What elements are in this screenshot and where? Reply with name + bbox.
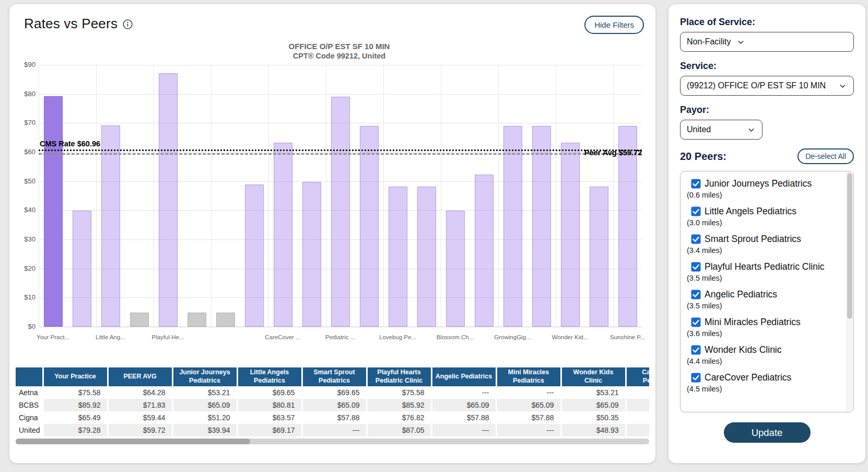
gridline-vertical	[613, 65, 614, 327]
peer-name: CareCover Pediatrics	[705, 372, 791, 383]
peer-checkbox-checked[interactable]	[691, 234, 701, 244]
place-of-service-select[interactable]: Non-Facility	[680, 32, 854, 52]
cms-rate-label: CMS Rate $60.96	[40, 140, 100, 148]
bar-peer-20[interactable]	[590, 187, 608, 327]
gridline-horizontal	[39, 327, 642, 327]
peer-checkbox-checked[interactable]	[691, 345, 701, 355]
x-axis-label: Sunshine P...	[604, 334, 651, 340]
table-cell: $69.17	[237, 424, 302, 436]
bar-your-pract[interactable]	[44, 96, 63, 327]
x-axis-label: Lovebug Pe...	[374, 334, 421, 340]
peer-item[interactable]: Junior Journeys Pediatrics(0.6 miles)	[687, 178, 853, 199]
table-cell: $69.65	[302, 386, 367, 399]
bar-peer-12[interactable]	[360, 126, 379, 327]
bar-peer-6[interactable]	[187, 313, 206, 327]
y-axis-tick-label: $30	[13, 235, 36, 243]
gridline-vertical	[441, 65, 441, 327]
peer-distance: (4.4 miles)	[687, 357, 853, 365]
bar-playful-he[interactable]	[159, 73, 178, 327]
bar-lovebug-pe[interactable]	[389, 187, 407, 327]
card-header: Rates vs Peers Hide Filters	[24, 16, 644, 34]
peers-scrollbar-thumb[interactable]	[847, 173, 852, 319]
table-row-label: Aetna	[16, 386, 43, 399]
page: Rates vs Peers Hide Filters OFFICE O/P E…	[0, 0, 868, 472]
x-axis-label: Your Pract...	[30, 334, 77, 340]
table-cell: $59.72	[108, 424, 172, 436]
bar-pediatric[interactable]	[331, 97, 350, 327]
table-header-cell: Your Practice	[43, 367, 108, 386]
peers-scrollbar[interactable]	[846, 172, 853, 411]
table-row-bcbs: BCBS$85.92$71.83$65.09$80.81$65.09$85.92…	[16, 399, 649, 411]
bar-peer-18[interactable]	[532, 126, 551, 327]
peer-distance: (0.6 miles)	[687, 191, 853, 199]
service-select[interactable]: (99212) OFFICE O/P EST SF 10 MIN	[680, 76, 854, 96]
gridline-vertical	[556, 65, 556, 327]
table-header-cell: Little Angels Pediatrics	[237, 367, 302, 386]
gridline-vertical	[211, 65, 212, 327]
table-cell: $65.09	[496, 399, 561, 411]
peer-item[interactable]: Angelic Pediatrics(3.5 miles)	[687, 289, 853, 310]
deselect-all-button[interactable]: De-select All	[797, 148, 854, 164]
bar-peer-14[interactable]	[417, 187, 436, 327]
peer-item[interactable]: Playful Hearts Pediatric Clinic(3.5 mile…	[687, 261, 853, 282]
peer-item[interactable]: Mini Miracles Pediatrics(3.6 miles)	[687, 317, 853, 338]
bar-peer-4[interactable]	[130, 313, 149, 327]
table-horizontal-scrollbar[interactable]	[16, 439, 649, 444]
table-header-cell: Wonder Kids Clinic	[561, 367, 626, 386]
peer-checkbox-checked[interactable]	[691, 206, 701, 216]
peer-checkbox-checked[interactable]	[691, 373, 701, 383]
bar-peer-10[interactable]	[302, 182, 321, 327]
bar-wonder-kid[interactable]	[561, 143, 580, 327]
bar-blossom-ch[interactable]	[446, 211, 465, 327]
update-button[interactable]: Update	[724, 422, 811, 443]
bar-growinggig[interactable]	[503, 126, 522, 327]
table-cell: $71.83	[108, 399, 172, 411]
service-value: (99212) OFFICE O/P EST SF 10 MIN	[687, 81, 826, 90]
gridline-horizontal	[39, 94, 642, 95]
info-icon[interactable]	[122, 19, 133, 30]
gridline-vertical	[498, 65, 499, 327]
peer-avg-line	[39, 153, 642, 155]
peer-checkbox-checked[interactable]	[691, 317, 701, 327]
peer-item[interactable]: Little Angels Pediatrics(3.0 miles)	[687, 206, 853, 227]
bar-little-ang[interactable]	[101, 125, 120, 327]
table-header-cell: Junior Journeys Pediatrics	[172, 367, 237, 386]
y-axis-tick-label: $50	[13, 177, 36, 185]
chart-title-line1: OFFICE O/P EST SF 10 MIN	[37, 42, 642, 51]
bar-carecover[interactable]	[274, 143, 292, 327]
rates-table: Your PracticePEER AVGJunior Journeys Ped…	[16, 367, 649, 436]
bar-peer-2[interactable]	[73, 211, 91, 327]
peer-name: Little Angels Pediatrics	[705, 206, 796, 217]
payor-select[interactable]: United	[680, 120, 763, 140]
hide-filters-button[interactable]: Hide Filters	[584, 16, 644, 34]
peer-item-row: Wonder Kids Clinic	[691, 344, 853, 355]
y-axis-tick-label: $20	[13, 264, 36, 272]
table-cell: $80.81	[237, 399, 302, 411]
peer-distance: (3.0 miles)	[687, 218, 853, 227]
bar-peer-8[interactable]	[245, 185, 264, 327]
table-scrollbar-thumb[interactable]	[16, 439, 250, 444]
table-cell	[626, 399, 649, 411]
peer-checkbox-checked[interactable]	[691, 179, 701, 189]
peer-item[interactable]: Wonder Kids Clinic(4.4 miles)	[687, 344, 853, 365]
table-cell	[626, 424, 649, 436]
table-cell: $76.82	[367, 411, 431, 424]
bar-peer-7[interactable]	[216, 313, 235, 327]
table-cell: $65.49	[43, 411, 108, 424]
peer-checkbox-checked[interactable]	[691, 262, 701, 272]
table-cell: $69.65	[237, 386, 302, 399]
peer-item[interactable]: CareCover Pediatrics(4.5 miles)	[687, 372, 853, 393]
table-cell: ---	[496, 386, 561, 399]
table-row-united: United$79.28$59.72$39.94$69.17---$87.05-…	[16, 424, 649, 436]
table-cell: $48.93	[561, 424, 626, 436]
peer-checkbox-checked[interactable]	[691, 290, 701, 300]
peer-item[interactable]: Smart Sprout Pediatrics(3.4 miles)	[687, 234, 853, 255]
table-cell: $63.57	[237, 411, 302, 424]
peer-distance: (3.4 miles)	[687, 246, 853, 255]
cms-rate-line	[39, 149, 642, 151]
bar-peer-16[interactable]	[475, 175, 494, 327]
rates-vs-peers-card: Rates vs Peers Hide Filters OFFICE O/P E…	[9, 4, 655, 463]
x-axis-label: Wonder Kid...	[547, 334, 594, 340]
table-header-cell: Mini Miracles Pediatrics	[496, 367, 561, 386]
peers-count-label: 20 Peers:	[680, 151, 726, 163]
